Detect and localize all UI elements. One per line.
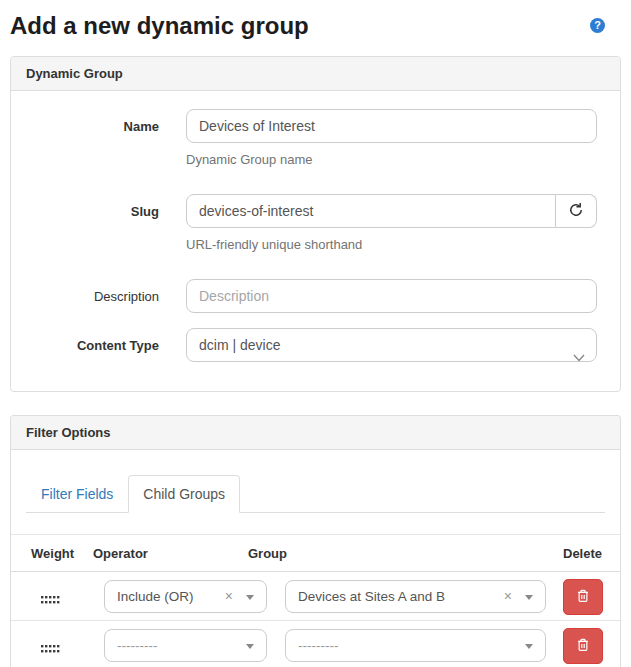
child-group-row-1: Include (OR) × Devices at Sites A and B … <box>11 572 620 621</box>
operator-select[interactable]: --------- <box>104 629 267 662</box>
refresh-icon <box>567 201 585 222</box>
dynamic-group-form: Name Dynamic Group name Slug <box>11 91 620 391</box>
trash-icon <box>575 588 591 607</box>
child-groups-table: Weight Operator Group Delete Include (O <box>11 534 620 667</box>
child-group-row-2: --------- --------- <box>11 621 620 667</box>
content-type-select[interactable]: dcim | device <box>186 328 597 362</box>
page-title: Add a new dynamic group <box>10 12 590 40</box>
description-input[interactable] <box>186 279 597 313</box>
slug-field-row: Slug URL-friendly <box>26 194 597 264</box>
content-type-label: Content Type <box>26 328 159 362</box>
operator-select[interactable]: Include (OR) × <box>104 580 267 613</box>
child-groups-table-header: Weight Operator Group Delete <box>11 535 620 572</box>
dropdown-arrow-icon <box>246 595 254 600</box>
column-header-group: Group <box>248 546 287 561</box>
dropdown-arrow-icon <box>246 644 254 649</box>
name-help-text: Dynamic Group name <box>186 151 597 169</box>
group-select[interactable]: --------- <box>285 629 546 662</box>
column-header-delete: Delete <box>563 546 602 561</box>
group-select[interactable]: Devices at Sites A and B × <box>285 580 546 613</box>
regenerate-slug-button[interactable] <box>556 194 597 228</box>
filter-options-panel: Filter Options Filter Fields Child Group… <box>10 415 621 667</box>
name-field-row: Name Dynamic Group name <box>26 109 597 179</box>
delete-row-button[interactable] <box>563 628 603 664</box>
drag-handle-icon[interactable] <box>41 591 60 609</box>
name-input[interactable] <box>186 109 597 143</box>
filter-tabs: Filter Fields Child Groups <box>26 475 605 513</box>
page-header: Add a new dynamic group ? <box>10 12 621 40</box>
filter-tabs-area: Filter Fields Child Groups <box>11 450 620 513</box>
description-field-row: Description <box>26 279 597 313</box>
name-label: Name <box>26 109 159 179</box>
dynamic-group-panel-title: Dynamic Group <box>11 57 620 91</box>
trash-icon <box>575 637 591 656</box>
content-type-field-row: Content Type dcim | device <box>26 328 597 362</box>
column-header-operator: Operator <box>93 546 148 561</box>
column-header-weight: Weight <box>31 546 74 561</box>
dynamic-group-panel: Dynamic Group Name Dynamic Group name Sl… <box>10 56 621 392</box>
delete-row-button[interactable] <box>563 579 603 615</box>
tab-child-groups[interactable]: Child Groups <box>128 475 240 513</box>
drag-handle-icon[interactable] <box>41 640 60 658</box>
dropdown-arrow-icon <box>525 644 533 649</box>
group-selected-value: --------- <box>298 638 338 653</box>
description-label: Description <box>26 279 159 313</box>
help-icon[interactable]: ? <box>590 18 605 33</box>
group-selected-value: Devices at Sites A and B <box>298 589 445 604</box>
operator-selected-value: Include (OR) <box>117 589 194 604</box>
slug-label: Slug <box>26 194 159 264</box>
operator-selected-value: --------- <box>117 638 157 653</box>
slug-help-text: URL-friendly unique shorthand <box>186 236 597 254</box>
clear-selection-icon[interactable]: × <box>504 581 512 612</box>
content-type-selected-value: dcim | device <box>199 337 280 353</box>
dropdown-arrow-icon <box>525 595 533 600</box>
clear-selection-icon[interactable]: × <box>225 581 233 612</box>
chevron-down-icon <box>573 341 585 362</box>
filter-options-panel-title: Filter Options <box>11 416 620 450</box>
slug-input[interactable] <box>186 194 556 228</box>
tab-filter-fields[interactable]: Filter Fields <box>26 475 128 513</box>
add-dynamic-group-page: Add a new dynamic group ? Dynamic Group … <box>0 12 631 667</box>
